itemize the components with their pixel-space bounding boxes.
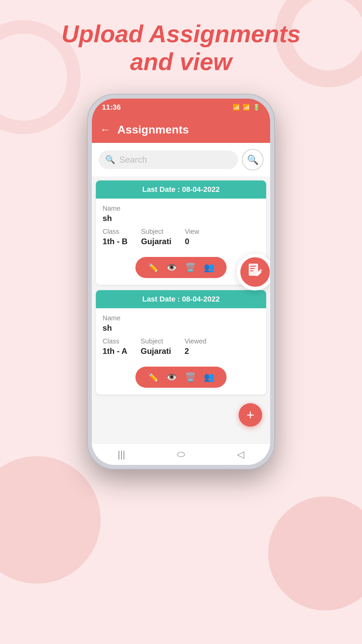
svg-rect-1 (250, 266, 256, 267)
floating-badge-inner (240, 257, 270, 287)
search-button-icon: 🔍 (247, 154, 259, 165)
svg-rect-2 (250, 268, 255, 269)
card-2-body: Name sh Class 1th - A Subject Gujarati (96, 308, 266, 394)
page-title-line1: Upload Assignments (0, 20, 362, 48)
signal-icon: 📶 (243, 104, 250, 111)
card-1-date: Last Date : 08-04-2022 (142, 185, 220, 194)
card-2-row: Class 1th - A Subject Gujarati Viewed 2 (103, 337, 259, 361)
card-1-name-label: Name (103, 205, 259, 212)
card-1-row: Class 1th - B Subject Gujarati View 0 (103, 228, 259, 251)
card-2-subject-col: Subject Gujarati (141, 337, 171, 361)
card-1-subject-value: Gujarati (141, 237, 172, 246)
card-2-date: Last Date : 08-04-2022 (142, 295, 220, 303)
phone-inner: 11:36 📶 📶 🔋 ← Assignments 🔍 Search (92, 99, 270, 465)
share-icon-2[interactable]: 👥 (204, 372, 215, 382)
phone-mockup: 11:36 📶 📶 🔋 ← Assignments 🔍 Search (87, 94, 275, 470)
card-2-class-col: Class 1th - A (103, 337, 127, 361)
card-1-viewed-value: 0 (185, 237, 199, 246)
app-content: 🔍 Search 🔍 (92, 143, 270, 443)
card-1-class-value: 1th - B (103, 237, 128, 246)
search-area: 🔍 Search 🔍 (92, 143, 270, 176)
status-time: 11:36 (102, 103, 121, 112)
card-2-viewed-col: Viewed 2 (184, 337, 206, 361)
share-icon-1[interactable]: 👥 (204, 262, 215, 273)
status-bar: 11:36 📶 📶 🔋 (92, 99, 270, 116)
card-2-date-header: Last Date : 08-04-2022 (96, 290, 266, 308)
card-2-class-label: Class (103, 337, 127, 345)
card-1-class-label: Class (103, 228, 128, 235)
view-icon-1[interactable]: 👁️ (166, 262, 177, 273)
wifi-icon: 📶 (233, 104, 240, 111)
edit-icon-2[interactable]: ✏️ (147, 372, 158, 382)
delete-icon-2[interactable]: 🗑️ (185, 372, 196, 382)
card-2-viewed-value: 2 (184, 346, 206, 356)
card-2-class-value: 1th - A (103, 346, 127, 356)
edit-icon-1[interactable]: ✏️ (147, 262, 158, 273)
battery-icon: 🔋 (253, 104, 260, 111)
card-1-date-header: Last Date : 08-04-2022 (96, 180, 266, 199)
search-placeholder: Search (119, 155, 147, 165)
assignment-icon (247, 262, 263, 282)
floating-badge (237, 254, 270, 290)
nav-back-icon[interactable]: ||| (118, 449, 125, 460)
status-icons: 📶 📶 🔋 (233, 104, 260, 111)
card-1-class-col: Class 1th - B (103, 228, 128, 251)
assignments-list: Last Date : 08-04-2022 Name sh Class 1th… (92, 176, 270, 443)
fab-icon: + (246, 408, 254, 422)
nav-recent-icon[interactable]: ◁ (237, 449, 244, 460)
page-title: Upload Assignments and view (0, 20, 362, 76)
card-2-subject-value: Gujarati (141, 346, 171, 356)
fab-button[interactable]: + (239, 403, 262, 427)
delete-icon-1[interactable]: 🗑️ (185, 262, 196, 273)
card-2-actions: ✏️ 👁️ 🗑️ 👥 (103, 367, 259, 388)
card-1-name-value: sh (103, 214, 259, 223)
card-2-name-value: sh (103, 323, 259, 333)
card-1-subject-col: Subject Gujarati (141, 228, 172, 251)
search-icon: 🔍 (105, 155, 115, 164)
app-bar: ← Assignments (92, 116, 270, 143)
card-1-actions: ✏️ 👁️ 🗑️ 👥 (103, 257, 259, 278)
bg-decoration-circle-bottom-left (0, 456, 101, 584)
card-1-action-pill: ✏️ 👁️ 🗑️ 👥 (135, 257, 227, 278)
search-button[interactable]: 🔍 (242, 149, 263, 170)
card-2-name-label: Name (103, 314, 259, 322)
card-2-action-pill: ✏️ 👁️ 🗑️ 👥 (135, 367, 227, 388)
search-input-wrap[interactable]: 🔍 Search (99, 151, 238, 169)
card-2-viewed-label: Viewed (184, 337, 206, 345)
page-title-line2: and view (0, 48, 362, 76)
view-icon-2[interactable]: 👁️ (166, 372, 177, 382)
card-2-subject-label: Subject (141, 337, 171, 345)
bottom-nav: ||| ⬭ ◁ (92, 443, 270, 465)
phone-outer: 11:36 📶 📶 🔋 ← Assignments 🔍 Search (87, 94, 275, 470)
card-1-subject-label: Subject (141, 228, 172, 235)
assignment-card-2: Last Date : 08-04-2022 Name sh Class 1th… (96, 290, 266, 394)
app-bar-title: Assignments (117, 123, 189, 136)
back-button[interactable]: ← (100, 123, 111, 136)
card-1-viewed-label: View (185, 228, 199, 235)
card-1-viewed-col: View 0 (185, 228, 199, 251)
svg-rect-3 (250, 270, 253, 271)
bg-decoration-circle-bottom-right (268, 496, 362, 610)
nav-home-icon[interactable]: ⬭ (177, 449, 185, 460)
